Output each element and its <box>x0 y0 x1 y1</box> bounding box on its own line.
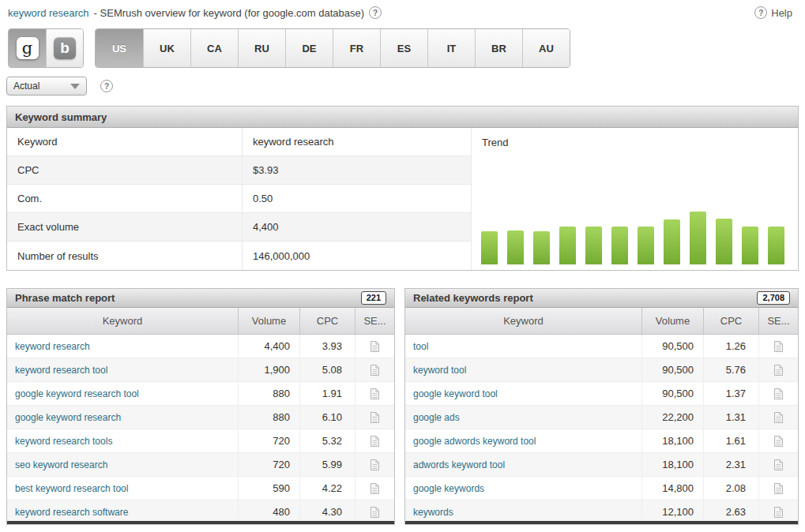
trend-bar <box>664 219 680 264</box>
keyword-cell-link[interactable]: keyword research tool <box>15 365 107 376</box>
phrase-match-count-badge: 221 <box>361 291 386 305</box>
cpc-cell: 2.31 <box>703 453 758 476</box>
volume-cell: 720 <box>238 453 299 476</box>
serp-source-cell[interactable] <box>758 382 798 405</box>
related-table-body: tool 90,500 1.26 keyword tool 90,500 5.7… <box>405 335 798 524</box>
table-row: google keyword research 880 6.10 <box>7 406 394 429</box>
serp-source-cell[interactable] <box>758 500 798 523</box>
keyword-cell-link[interactable]: google keyword research tool <box>15 388 139 399</box>
page-title: keyword research - SEMrush overview for … <box>8 6 382 19</box>
tab-country-uk[interactable]: UK <box>143 29 190 67</box>
keyword-cell-link[interactable]: keyword research software <box>15 507 128 518</box>
keyword-summary-panel: Keyword summary Keyword keyword research… <box>6 106 799 271</box>
column-keyword[interactable]: Keyword <box>7 308 238 334</box>
column-cpc[interactable]: CPC <box>703 308 758 334</box>
tab-country-au[interactable]: AU <box>522 29 570 67</box>
tab-country-de[interactable]: DE <box>285 29 333 67</box>
cpc-cell: 1.91 <box>299 382 355 405</box>
cpc-cell: 2.63 <box>703 500 758 523</box>
column-volume[interactable]: Volume <box>238 308 299 334</box>
serp-source-cell[interactable] <box>355 382 394 405</box>
keyword-link[interactable]: keyword research <box>8 7 89 19</box>
chevron-down-icon <box>70 84 80 89</box>
serp-source-cell[interactable] <box>355 406 394 429</box>
keyword-cell-link[interactable]: google keyword tool <box>413 388 498 399</box>
keyword-cell-link[interactable]: keyword research tools <box>15 436 112 447</box>
document-icon <box>773 435 784 448</box>
keyword-cell-link[interactable]: keywords <box>413 507 453 518</box>
volume-cell: 880 <box>238 382 299 405</box>
serp-source-cell[interactable] <box>758 429 798 452</box>
title-help-icon[interactable]: ? <box>369 6 382 19</box>
column-keyword[interactable]: Keyword <box>405 308 641 334</box>
cpc-cell: 1.61 <box>703 429 758 452</box>
serp-source-cell[interactable] <box>758 453 798 476</box>
tab-country-ca[interactable]: CA <box>190 29 238 67</box>
serp-source-cell[interactable] <box>758 335 798 358</box>
document-icon <box>370 459 380 471</box>
engine-tab-group: g b <box>8 28 84 68</box>
help-icon: ? <box>754 6 767 19</box>
serp-source-cell[interactable] <box>355 453 394 476</box>
serp-source-cell[interactable] <box>355 335 394 358</box>
tab-bing[interactable]: b <box>46 29 83 67</box>
column-serp[interactable]: SE... <box>355 308 394 334</box>
keyword-cell-link[interactable]: best keyword research tool <box>15 483 128 494</box>
serp-source-cell[interactable] <box>355 429 394 452</box>
tab-country-br[interactable]: BR <box>475 29 522 67</box>
serp-source-cell[interactable] <box>355 500 394 523</box>
summary-row-exact-volume: Exact volume 4,400 <box>7 213 471 242</box>
keyword-summary-body: Keyword keyword research CPC $3.93 Com. … <box>7 128 798 270</box>
tab-country-ru[interactable]: RU <box>238 29 285 67</box>
serp-source-cell[interactable] <box>355 477 394 500</box>
bing-icon: b <box>54 37 76 59</box>
tab-country-it[interactable]: IT <box>427 29 475 67</box>
trend-bars <box>481 212 784 264</box>
keyword-cell-link[interactable]: google keyword research <box>15 412 121 423</box>
keyword-cell-link[interactable]: tool <box>413 341 428 352</box>
volume-cell: 1,900 <box>238 358 299 381</box>
keyword-cell-link[interactable]: adwords keyword tool <box>413 459 505 470</box>
tab-country-us[interactable]: US <box>96 29 143 67</box>
keyword-cell-link[interactable]: keyword tool <box>413 365 466 376</box>
serp-source-cell[interactable] <box>758 406 798 429</box>
table-row: adwords keyword tool 18,100 2.31 <box>405 453 798 477</box>
cpc-cell: 6.10 <box>299 406 355 429</box>
summary-label: Keyword <box>7 128 242 155</box>
serp-source-cell[interactable] <box>758 477 798 500</box>
document-icon <box>773 459 784 471</box>
trend-bar <box>533 231 550 264</box>
serp-source-cell[interactable] <box>758 358 798 381</box>
summary-row-keyword: Keyword keyword research <box>7 128 471 156</box>
trend-bar <box>716 219 732 264</box>
related-keywords-report-panel: Related keywords report 2,708 Keyword Vo… <box>404 288 799 525</box>
trend-bar <box>611 227 628 264</box>
tab-google[interactable]: g <box>9 29 46 67</box>
document-icon <box>773 482 784 495</box>
tab-country-fr[interactable]: FR <box>333 29 380 67</box>
filter-help-icon[interactable]: ? <box>100 80 113 92</box>
summary-label: Number of results <box>7 242 242 270</box>
column-cpc[interactable]: CPC <box>299 308 355 334</box>
column-volume[interactable]: Volume <box>641 308 703 334</box>
keyword-cell-link[interactable]: google adwords keyword tool <box>413 436 536 447</box>
volume-type-dropdown[interactable]: Actual <box>6 77 87 96</box>
help-label: Help <box>771 7 792 19</box>
help-button[interactable]: ? Help <box>754 6 792 19</box>
cpc-cell: 1.37 <box>703 382 758 405</box>
tab-country-es[interactable]: ES <box>380 29 427 67</box>
keyword-cell-link[interactable]: keyword research <box>15 341 90 352</box>
keyword-cell-link[interactable]: seo keyword research <box>15 459 107 470</box>
column-serp[interactable]: SE... <box>758 308 798 334</box>
keyword-cell-link[interactable]: google keywords <box>413 483 484 494</box>
volume-cell: 90,500 <box>641 335 703 358</box>
volume-cell: 590 <box>238 477 299 500</box>
document-icon <box>370 506 380 519</box>
summary-label: Exact volume <box>7 213 242 241</box>
summary-value: keyword research <box>242 128 471 155</box>
keyword-summary-title: Keyword summary <box>15 111 107 123</box>
country-tab-group: US UK CA RU DE FR ES IT BR AU <box>95 28 570 68</box>
keyword-cell-link[interactable]: google ads <box>413 412 460 423</box>
serp-source-cell[interactable] <box>355 358 394 381</box>
document-icon <box>370 411 380 424</box>
